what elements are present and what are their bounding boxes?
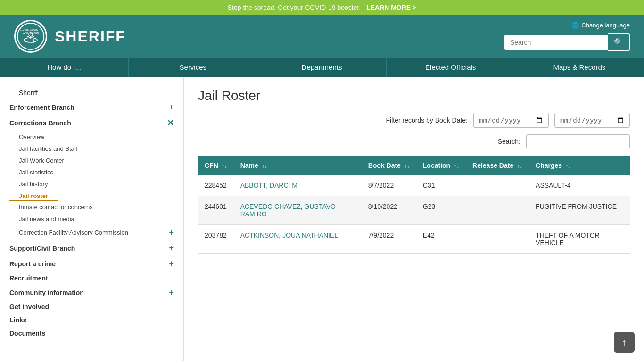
corrections-branch-expand-icon: ✕ (167, 118, 174, 128)
sidebar-item-links[interactable]: Links (0, 313, 183, 327)
cell-book-date: 8/10/2022 (362, 196, 416, 225)
cell-book-date: 7/9/2022 (362, 225, 416, 254)
report-crime-expand-icon: + (169, 259, 174, 269)
col-location[interactable]: Location ↑↓ (416, 156, 466, 175)
col-book-date[interactable]: Book Date ↑↓ (362, 156, 416, 175)
corrections-branch-children: Overview Jail facilities and Staff Jail … (0, 131, 183, 240)
site-title: SHERIFF (55, 28, 126, 45)
sidebar-item-overview[interactable]: Overview (9, 131, 183, 143)
cell-cfn: 228452 (198, 175, 234, 196)
sidebar-section-support-civil-branch[interactable]: Support/Civil Branch + (0, 240, 183, 256)
filter-row: Filter records by Book Date: (198, 113, 630, 128)
globe-icon: 🌐 (571, 22, 579, 29)
sidebar-item-jail-statistics[interactable]: Jail statistics (9, 166, 183, 178)
sidebar-section-enforcement-branch[interactable]: Enforcement Branch + (0, 99, 183, 115)
sidebar-item-jail-roster[interactable]: Jail roster (9, 190, 58, 201)
svg-text:WASHINGTON: WASHINGTON (23, 32, 39, 34)
col-charges[interactable]: Charges ↑↓ (529, 156, 630, 175)
cell-name: ABBOTT, DARCI M (234, 175, 362, 196)
change-language-label: Change language (581, 22, 630, 29)
svg-text:CLARK COUNTY: CLARK COUNTY (19, 28, 41, 31)
cell-book-date: 8/7/2022 (362, 175, 416, 196)
cfn-sort-arrows: ↑↓ (222, 163, 227, 169)
location-sort-arrows: ↑↓ (454, 163, 459, 169)
cell-charges: FUGITIVE FROM JUSTICE (529, 196, 630, 225)
filter-date-start[interactable] (473, 113, 549, 128)
inmate-name-link[interactable]: ACEVEDO CHAVEZ, GUSTAVO RAMIRO (240, 203, 336, 218)
correction-facility-advisory-expand-icon: + (169, 228, 174, 238)
nav-item-maps-records[interactable]: Maps & Records (515, 58, 644, 77)
main-content: Jail Roster Filter records by Book Date:… (184, 77, 644, 361)
sidebar-top: Sheriff (0, 86, 183, 99)
sidebar-section-report-crime[interactable]: Report a crime + (0, 256, 183, 272)
filter-label: Filter records by Book Date: (386, 116, 468, 124)
col-name[interactable]: Name ↑↓ (234, 156, 362, 175)
sidebar-item-inmate-contact[interactable]: Inmate contact or concerns (9, 201, 183, 213)
name-sort-arrows: ↑↓ (262, 163, 267, 169)
table-row: 244601 ACEVEDO CHAVEZ, GUSTAVO RAMIRO 8/… (198, 196, 630, 225)
sidebar-item-jail-history[interactable]: Jail history (9, 178, 183, 190)
roster-table: CFN ↑↓ Name ↑↓ Book Date ↑↓ Location ↑↓ (198, 156, 630, 254)
logo-svg: CLARK COUNTY WASHINGTON (17, 22, 45, 50)
cell-location: G23 (416, 196, 466, 225)
change-language-button[interactable]: 🌐 Change language (571, 22, 630, 29)
sidebar-item-get-involved[interactable]: Get involved (0, 300, 183, 313)
release-date-sort-arrows: ↑↓ (517, 163, 522, 169)
book-date-sort-arrows: ↑↓ (405, 163, 410, 169)
nav-item-departments[interactable]: Departments (257, 58, 386, 77)
sheriff-logo: CLARK COUNTY WASHINGTON (14, 20, 47, 53)
cell-charges: ASSAULT-4 (529, 175, 630, 196)
nav-item-elected-officials[interactable]: Elected Officials (387, 58, 515, 77)
header-search: 🔍 (504, 33, 630, 51)
table-row: 228452 ABBOTT, DARCI M 8/7/2022 C31 ASSA… (198, 175, 630, 196)
cell-charges: THEFT OF A MOTOR VEHICLE (529, 225, 630, 254)
search-icon: 🔍 (614, 38, 623, 46)
scroll-top-button[interactable]: ↑ (614, 332, 635, 353)
cell-cfn: 203782 (198, 225, 234, 254)
sidebar-item-recruitment[interactable]: Recruitment (0, 272, 183, 285)
cell-release-date (466, 175, 529, 196)
header-logo-area: CLARK COUNTY WASHINGTON SHERIFF (14, 20, 126, 53)
sidebar-item-jail-news[interactable]: Jail news and media (9, 213, 183, 225)
sidebar-item-sheriff[interactable]: Sheriff (9, 86, 174, 99)
cell-location: E42 (416, 225, 466, 254)
cell-cfn: 244601 (198, 196, 234, 225)
page-title: Jail Roster (198, 88, 630, 103)
inmate-name-link[interactable]: ACTKINSON, JOUA NATHANIEL (240, 231, 338, 239)
inmate-name-link[interactable]: ABBOTT, DARCI M (240, 181, 297, 189)
enforcement-branch-expand-icon: + (169, 102, 174, 112)
covid-learn-more-link[interactable]: LEARN MORE > (366, 4, 416, 11)
scroll-top-icon: ↑ (622, 337, 627, 348)
nav-item-services[interactable]: Services (129, 58, 257, 77)
site-header: CLARK COUNTY WASHINGTON SHERIFF 🌐 Change… (0, 15, 644, 58)
table-search-input[interactable] (526, 134, 630, 148)
cell-release-date (466, 225, 529, 254)
cell-release-date (466, 196, 529, 225)
sidebar-item-jail-facilities[interactable]: Jail facilities and Staff (9, 143, 183, 155)
support-civil-branch-expand-icon: + (169, 243, 174, 253)
table-row: 203782 ACTKINSON, JOUA NATHANIEL 7/9/202… (198, 225, 630, 254)
nav-item-how-do-i[interactable]: How do I... (0, 58, 129, 77)
sidebar-section-community-info[interactable]: Community information + (0, 285, 183, 300)
search-row: Search: (198, 134, 630, 148)
main-nav: How do I... Services Departments Elected… (0, 58, 644, 77)
page-body: Sheriff Enforcement Branch + Corrections… (0, 77, 644, 361)
sidebar-item-jail-work-center[interactable]: Jail Work Center (9, 155, 183, 166)
filter-date-end[interactable] (554, 113, 630, 128)
sidebar-item-correction-facility-advisory[interactable]: Correction Facility Advisory Commission … (9, 225, 183, 240)
cell-name: ACTKINSON, JOUA NATHANIEL (234, 225, 362, 254)
col-cfn[interactable]: CFN ↑↓ (198, 156, 234, 175)
sidebar-item-documents[interactable]: Documents (0, 327, 183, 340)
table-search-label: Search: (498, 138, 520, 145)
sidebar-section-corrections-branch[interactable]: Corrections Branch ✕ (0, 115, 183, 131)
covid-banner: Stop the spread. Get your COVID-19 boost… (0, 0, 644, 15)
covid-banner-text: Stop the spread. Get your COVID-19 boost… (228, 4, 361, 11)
col-release-date[interactable]: Release Date ↑↓ (466, 156, 529, 175)
cell-location: C31 (416, 175, 466, 196)
header-right-area: 🌐 Change language 🔍 (504, 22, 630, 51)
sidebar: Sheriff Enforcement Branch + Corrections… (0, 77, 184, 361)
charges-sort-arrows: ↑↓ (566, 163, 571, 169)
header-search-button[interactable]: 🔍 (608, 33, 630, 51)
community-info-expand-icon: + (169, 288, 174, 297)
header-search-input[interactable] (504, 35, 608, 50)
